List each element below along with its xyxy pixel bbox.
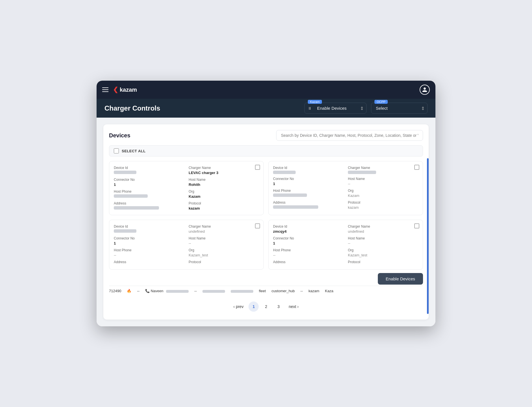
protocol-value: kazam <box>189 206 259 210</box>
kazam-dropdown-wrapper: Kazam ⏸ Enable Devices ⇕ <box>304 103 367 114</box>
page-title: Charger Controls <box>104 104 160 112</box>
device-card-3-fields: Device Id Charger Name undefined Connect… <box>114 225 259 265</box>
field-org-4: Org Kazam_test <box>348 248 418 257</box>
device-id-blur-3 <box>114 229 136 233</box>
list-row-col7: -- <box>300 289 303 293</box>
connector-no-label: Connector No <box>114 178 184 182</box>
host-phone-value-4: -- <box>273 253 343 257</box>
host-phone-blur-2 <box>273 193 307 197</box>
list-row-blur2 <box>231 289 253 293</box>
devices-grid: Device Id Charger Name LEVAC charger 3 C… <box>109 161 423 270</box>
address-label-3: Address <box>114 260 184 264</box>
connector-no-value-3: 1 <box>114 241 184 245</box>
field-connector-no-4: Connector No 1 <box>273 236 343 245</box>
prev-arrow-icon: ‹ <box>233 304 235 309</box>
device-card-3: Device Id Charger Name undefined Connect… <box>109 220 264 270</box>
field-org: Org Kazam <box>189 190 259 199</box>
host-name-label: Host Name <box>189 178 259 182</box>
field-host-name-2: Host Name -- <box>348 177 418 186</box>
field-charger-name-2: Charger Name <box>348 166 418 174</box>
device-card-1-fields: Device Id Charger Name LEVAC charger 3 C… <box>114 166 259 210</box>
enable-devices-button[interactable]: Enable Devices <box>378 273 423 285</box>
page-2-button[interactable]: 2 <box>261 302 271 312</box>
host-name-value-4: -- <box>348 241 418 245</box>
org-label-4: Org <box>348 248 418 252</box>
field-host-phone: Host Phone <box>114 190 184 199</box>
charger-name-label-2: Charger Name <box>348 166 418 170</box>
field-address-3: Address <box>114 260 184 265</box>
ocpp-select[interactable]: Select <box>371 103 428 114</box>
enable-devices-select[interactable]: Enable Devices <box>304 103 367 114</box>
list-row-host-blur <box>166 289 189 293</box>
device-id-value-blur <box>114 171 136 174</box>
org-label: Org <box>189 190 259 193</box>
connector-no-label-2: Connector No <box>273 177 343 181</box>
scroll-indicator <box>427 158 429 314</box>
field-charger-name-3: Charger Name undefined <box>189 225 259 234</box>
device-card-1: Device Id Charger Name LEVAC charger 3 C… <box>109 161 264 215</box>
list-row-id: 712490 <box>109 289 121 293</box>
host-name-label-2: Host Name <box>348 177 418 181</box>
field-address: Address <box>114 201 184 210</box>
hamburger-menu[interactable] <box>102 87 108 92</box>
list-row-host: 📞 Naveen <box>145 289 189 293</box>
connector-no-value: 1 <box>114 182 184 187</box>
field-device-id-2: Device Id <box>273 166 343 174</box>
list-row-host-name: Naveen <box>151 289 163 293</box>
connector-no-value-4: 1 <box>273 241 343 245</box>
select-all-bar: SELECT ALL <box>109 145 423 157</box>
field-host-name-4: Host Name -- <box>348 236 418 245</box>
kazam-badge: Kazam <box>308 100 322 104</box>
address-label-2: Address <box>273 201 343 204</box>
charger-name-blur-2 <box>348 171 376 174</box>
select-all-checkbox[interactable] <box>114 148 119 153</box>
device-card-4: Device Id zmcqy4 Charger Name undefined … <box>268 220 423 270</box>
charger-name-value-4: undefined <box>348 229 418 234</box>
list-row-blur1 <box>202 289 225 293</box>
prev-button[interactable]: ‹ prev <box>230 303 246 311</box>
address-value-blur <box>114 206 159 210</box>
host-phone-label-2: Host Phone <box>273 189 343 193</box>
field-connector-no: Connector No 1 <box>114 178 184 187</box>
next-arrow-icon: › <box>297 304 299 309</box>
field-org-3: Org Kazam_test <box>189 248 259 257</box>
org-label-3: Org <box>189 248 259 252</box>
list-row-location: customer_hub <box>271 289 295 293</box>
host-name-value: Rohith <box>189 182 259 187</box>
host-phone-label-3: Host Phone <box>114 248 184 252</box>
page-2-label: 2 <box>265 304 267 309</box>
field-protocol-4: Protocol <box>348 260 418 265</box>
host-phone-label: Host Phone <box>114 190 184 193</box>
protocol-label: Protocol <box>189 201 259 205</box>
field-host-name-3: Host Name -- <box>189 236 259 245</box>
field-address-4: Address <box>273 260 343 265</box>
page-1-label: 1 <box>252 304 255 309</box>
device-card-2-checkbox[interactable] <box>414 165 419 170</box>
host-name-value-2: -- <box>348 182 418 186</box>
field-charger-name: Charger Name LEVAC charger 3 <box>189 166 259 175</box>
field-connector-no-2: Connector No 1 <box>273 177 343 186</box>
device-card-3-checkbox[interactable] <box>255 223 260 228</box>
org-value-2: Kazam <box>348 193 418 198</box>
device-id-label: Device Id <box>114 166 184 170</box>
device-id-value-4: zmcqy4 <box>273 229 343 234</box>
field-device-id: Device Id <box>114 166 184 175</box>
page-1-button[interactable]: 1 <box>248 302 259 312</box>
protocol-label-2: Protocol <box>348 201 418 204</box>
header-controls: Kazam ⏸ Enable Devices ⇕ OCPP Select ⇕ <box>304 103 428 114</box>
list-row-icon: 🔥 <box>127 289 131 293</box>
list-row-vendor: Kaza <box>325 289 333 293</box>
page-3-label: 3 <box>277 304 280 309</box>
search-input[interactable] <box>276 130 423 141</box>
next-button[interactable]: next › <box>286 303 301 311</box>
user-avatar[interactable] <box>420 85 430 95</box>
device-card-1-checkbox[interactable] <box>255 165 260 170</box>
page-3-button[interactable]: 3 <box>273 302 284 312</box>
devices-panel: Devices SELECT ALL Device Id <box>103 124 429 320</box>
protocol-label-3: Protocol <box>189 260 259 264</box>
field-connector-no-3: Connector No 1 <box>114 236 184 245</box>
field-address-2: Address <box>273 201 343 210</box>
device-id-label-2: Device Id <box>273 166 343 170</box>
address-blur-2 <box>273 205 318 209</box>
device-card-4-checkbox[interactable] <box>414 223 419 228</box>
